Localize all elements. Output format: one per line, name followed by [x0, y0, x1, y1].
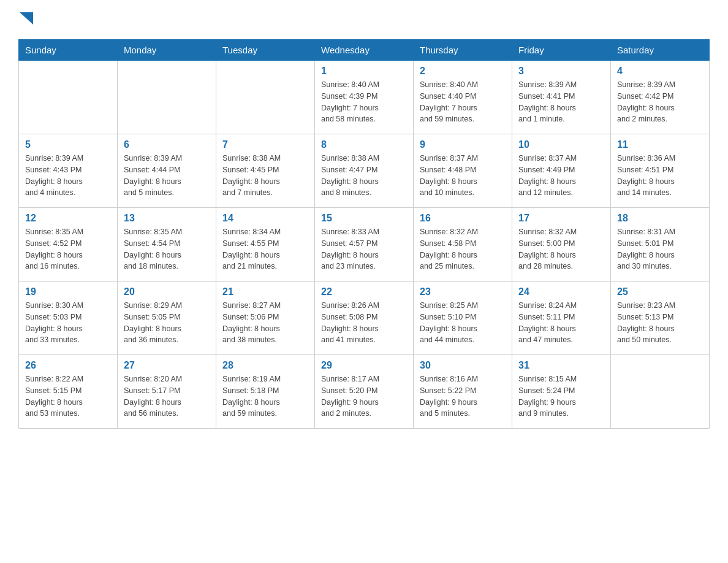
calendar-cell	[118, 61, 216, 134]
calendar-cell: 10Sunrise: 8:37 AM Sunset: 4:49 PM Dayli…	[512, 134, 611, 208]
day-number: 22	[321, 286, 407, 297]
day-number: 21	[222, 286, 308, 297]
day-number: 4	[617, 66, 703, 77]
day-info: Sunrise: 8:39 AM Sunset: 4:41 PM Dayligh…	[518, 79, 604, 125]
weekday-header-saturday: Saturday	[611, 40, 710, 61]
day-info: Sunrise: 8:27 AM Sunset: 5:06 PM Dayligh…	[222, 300, 308, 346]
calendar-cell: 15Sunrise: 8:33 AM Sunset: 4:57 PM Dayli…	[315, 208, 414, 282]
weekday-header-thursday: Thursday	[414, 40, 512, 61]
day-info: Sunrise: 8:25 AM Sunset: 5:10 PM Dayligh…	[420, 300, 506, 346]
day-info: Sunrise: 8:17 AM Sunset: 5:20 PM Dayligh…	[321, 373, 407, 419]
calendar-cell: 25Sunrise: 8:23 AM Sunset: 5:13 PM Dayli…	[611, 282, 710, 355]
calendar-cell: 18Sunrise: 8:31 AM Sunset: 5:01 PM Dayli…	[611, 208, 710, 282]
day-info: Sunrise: 8:23 AM Sunset: 5:13 PM Dayligh…	[617, 300, 703, 346]
day-info: Sunrise: 8:20 AM Sunset: 5:17 PM Dayligh…	[124, 373, 210, 419]
day-number: 30	[420, 360, 506, 371]
day-info: Sunrise: 8:30 AM Sunset: 5:03 PM Dayligh…	[25, 300, 111, 346]
day-info: Sunrise: 8:24 AM Sunset: 5:11 PM Dayligh…	[518, 300, 604, 346]
weekday-header-friday: Friday	[512, 40, 611, 61]
calendar-cell: 13Sunrise: 8:35 AM Sunset: 4:54 PM Dayli…	[118, 208, 216, 282]
day-number: 26	[25, 360, 111, 371]
logo	[18, 12, 33, 27]
day-number: 25	[617, 286, 703, 297]
calendar-cell: 2Sunrise: 8:40 AM Sunset: 4:40 PM Daylig…	[414, 61, 512, 134]
calendar-cell: 20Sunrise: 8:29 AM Sunset: 5:05 PM Dayli…	[118, 282, 216, 355]
day-number: 24	[518, 286, 604, 297]
calendar-cell: 27Sunrise: 8:20 AM Sunset: 5:17 PM Dayli…	[118, 355, 216, 429]
day-info: Sunrise: 8:19 AM Sunset: 5:18 PM Dayligh…	[222, 373, 308, 419]
logo-triangle-icon	[20, 12, 33, 25]
svg-marker-0	[20, 12, 33, 25]
day-number: 5	[25, 139, 111, 150]
calendar-cell: 16Sunrise: 8:32 AM Sunset: 4:58 PM Dayli…	[414, 208, 512, 282]
day-number: 14	[222, 213, 308, 224]
calendar-cell: 5Sunrise: 8:39 AM Sunset: 4:43 PM Daylig…	[19, 134, 118, 208]
calendar-cell: 21Sunrise: 8:27 AM Sunset: 5:06 PM Dayli…	[216, 282, 315, 355]
day-number: 6	[124, 139, 210, 150]
calendar-cell: 11Sunrise: 8:36 AM Sunset: 4:51 PM Dayli…	[611, 134, 710, 208]
week-row-5: 26Sunrise: 8:22 AM Sunset: 5:15 PM Dayli…	[19, 355, 710, 429]
day-info: Sunrise: 8:32 AM Sunset: 5:00 PM Dayligh…	[518, 226, 604, 272]
calendar-cell: 14Sunrise: 8:34 AM Sunset: 4:55 PM Dayli…	[216, 208, 315, 282]
day-number: 16	[420, 213, 506, 224]
day-info: Sunrise: 8:35 AM Sunset: 4:52 PM Dayligh…	[25, 226, 111, 272]
day-info: Sunrise: 8:32 AM Sunset: 4:58 PM Dayligh…	[420, 226, 506, 272]
calendar-cell: 8Sunrise: 8:38 AM Sunset: 4:47 PM Daylig…	[315, 134, 414, 208]
day-info: Sunrise: 8:34 AM Sunset: 4:55 PM Dayligh…	[222, 226, 308, 272]
day-number: 27	[124, 360, 210, 371]
day-number: 8	[321, 139, 407, 150]
calendar-cell: 30Sunrise: 8:16 AM Sunset: 5:22 PM Dayli…	[414, 355, 512, 429]
day-number: 9	[420, 139, 506, 150]
calendar-cell: 1Sunrise: 8:40 AM Sunset: 4:39 PM Daylig…	[315, 61, 414, 134]
weekday-header-wednesday: Wednesday	[315, 40, 414, 61]
day-info: Sunrise: 8:16 AM Sunset: 5:22 PM Dayligh…	[420, 373, 506, 419]
day-info: Sunrise: 8:39 AM Sunset: 4:44 PM Dayligh…	[124, 153, 210, 199]
day-info: Sunrise: 8:33 AM Sunset: 4:57 PM Dayligh…	[321, 226, 407, 272]
calendar-cell: 28Sunrise: 8:19 AM Sunset: 5:18 PM Dayli…	[216, 355, 315, 429]
day-number: 18	[617, 213, 703, 224]
day-number: 13	[124, 213, 210, 224]
calendar-cell: 9Sunrise: 8:37 AM Sunset: 4:48 PM Daylig…	[414, 134, 512, 208]
day-number: 1	[321, 66, 407, 77]
header	[18, 12, 710, 27]
day-info: Sunrise: 8:40 AM Sunset: 4:39 PM Dayligh…	[321, 79, 407, 125]
calendar-cell	[216, 61, 315, 134]
calendar-table: SundayMondayTuesdayWednesdayThursdayFrid…	[18, 39, 710, 429]
day-info: Sunrise: 8:37 AM Sunset: 4:49 PM Dayligh…	[518, 153, 604, 199]
day-info: Sunrise: 8:35 AM Sunset: 4:54 PM Dayligh…	[124, 226, 210, 272]
day-number: 12	[25, 213, 111, 224]
day-number: 31	[518, 360, 604, 371]
calendar-cell: 4Sunrise: 8:39 AM Sunset: 4:42 PM Daylig…	[611, 61, 710, 134]
day-number: 19	[25, 286, 111, 297]
calendar-cell: 6Sunrise: 8:39 AM Sunset: 4:44 PM Daylig…	[118, 134, 216, 208]
calendar-cell: 7Sunrise: 8:38 AM Sunset: 4:45 PM Daylig…	[216, 134, 315, 208]
day-info: Sunrise: 8:40 AM Sunset: 4:40 PM Dayligh…	[420, 79, 506, 125]
week-row-4: 19Sunrise: 8:30 AM Sunset: 5:03 PM Dayli…	[19, 282, 710, 355]
calendar-cell: 22Sunrise: 8:26 AM Sunset: 5:08 PM Dayli…	[315, 282, 414, 355]
day-info: Sunrise: 8:39 AM Sunset: 4:42 PM Dayligh…	[617, 79, 703, 125]
day-number: 15	[321, 213, 407, 224]
calendar-cell: 23Sunrise: 8:25 AM Sunset: 5:10 PM Dayli…	[414, 282, 512, 355]
day-info: Sunrise: 8:39 AM Sunset: 4:43 PM Dayligh…	[25, 153, 111, 199]
calendar-cell: 29Sunrise: 8:17 AM Sunset: 5:20 PM Dayli…	[315, 355, 414, 429]
day-info: Sunrise: 8:31 AM Sunset: 5:01 PM Dayligh…	[617, 226, 703, 272]
calendar-cell: 3Sunrise: 8:39 AM Sunset: 4:41 PM Daylig…	[512, 61, 611, 134]
week-row-1: 1Sunrise: 8:40 AM Sunset: 4:39 PM Daylig…	[19, 61, 710, 134]
calendar-cell: 12Sunrise: 8:35 AM Sunset: 4:52 PM Dayli…	[19, 208, 118, 282]
week-row-2: 5Sunrise: 8:39 AM Sunset: 4:43 PM Daylig…	[19, 134, 710, 208]
week-row-3: 12Sunrise: 8:35 AM Sunset: 4:52 PM Dayli…	[19, 208, 710, 282]
calendar-cell: 19Sunrise: 8:30 AM Sunset: 5:03 PM Dayli…	[19, 282, 118, 355]
calendar-cell: 31Sunrise: 8:15 AM Sunset: 5:24 PM Dayli…	[512, 355, 611, 429]
day-info: Sunrise: 8:26 AM Sunset: 5:08 PM Dayligh…	[321, 300, 407, 346]
weekday-header-row: SundayMondayTuesdayWednesdayThursdayFrid…	[19, 40, 710, 61]
day-info: Sunrise: 8:29 AM Sunset: 5:05 PM Dayligh…	[124, 300, 210, 346]
weekday-header-monday: Monday	[118, 40, 216, 61]
calendar-cell: 24Sunrise: 8:24 AM Sunset: 5:11 PM Dayli…	[512, 282, 611, 355]
calendar-cell	[611, 355, 710, 429]
weekday-header-sunday: Sunday	[19, 40, 118, 61]
day-number: 17	[518, 213, 604, 224]
day-info: Sunrise: 8:38 AM Sunset: 4:45 PM Dayligh…	[222, 153, 308, 199]
weekday-header-tuesday: Tuesday	[216, 40, 315, 61]
day-info: Sunrise: 8:36 AM Sunset: 4:51 PM Dayligh…	[617, 153, 703, 199]
day-info: Sunrise: 8:22 AM Sunset: 5:15 PM Dayligh…	[25, 373, 111, 419]
